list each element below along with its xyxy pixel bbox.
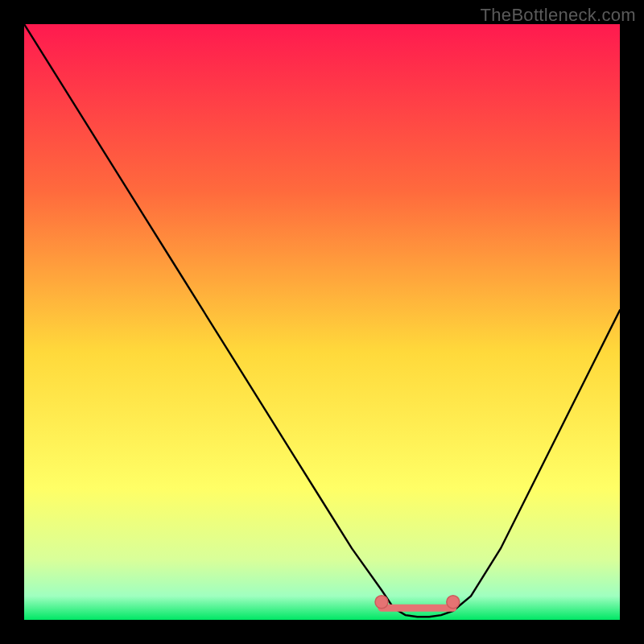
bottleneck-curve	[24, 24, 620, 617]
optimal-marker-right	[447, 596, 460, 609]
watermark-text: TheBottleneck.com	[481, 5, 636, 26]
chart-frame	[24, 24, 620, 620]
optimal-marker-left	[375, 596, 388, 609]
chart-plot-area	[24, 24, 620, 620]
